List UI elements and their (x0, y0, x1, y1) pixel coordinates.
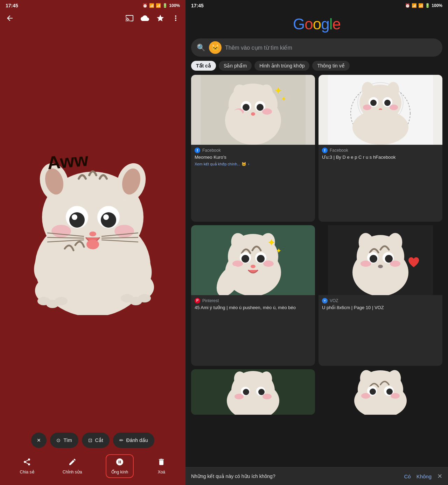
google-logo: Google (293, 15, 341, 33)
result-card-3[interactable]: ✦ ✦ P Pinterest 45 Ami ý tưởng | mèo ú p… (191, 225, 315, 366)
filter-tabs: Tất cả Sản phẩm Hình ảnh trùng khớp Thôn… (186, 61, 448, 75)
cat-cartoon: Aww (19, 140, 166, 315)
svg-point-71 (263, 261, 274, 267)
alarm-icon: ⏰ (142, 3, 148, 8)
result-card-4[interactable]: V VOZ U phối 8x6cm | Page 10 | VOZ (318, 225, 442, 366)
svg-point-87 (378, 265, 383, 268)
bookmark-button[interactable]: ✏ Đánh dấu (113, 433, 154, 448)
result-source-3: P Pinterest (195, 298, 312, 304)
svg-point-108 (361, 393, 370, 399)
cat-result-3-svg: ✦ ✦ (191, 225, 315, 295)
result-title-1: Meomeo Kuro's (195, 155, 312, 161)
lens-icon (115, 458, 124, 468)
svg-point-42 (262, 108, 272, 115)
right-wifi-icon: 📶 (412, 3, 417, 8)
battery-text: 100% (169, 3, 180, 8)
crop-label: Cắt (95, 437, 103, 443)
nav-delete[interactable]: Xoá (152, 455, 170, 477)
source-name-3: Pinterest (202, 298, 219, 303)
search-thumbnail: 🐱 (209, 41, 222, 54)
svg-point-107 (386, 388, 393, 395)
arrow-icon-1: › (248, 162, 249, 166)
action-row: ✕ ⊙ Tìm ⊡ Cắt ✏ Đánh dấu (6, 433, 180, 448)
svg-point-8 (69, 212, 85, 228)
search-button[interactable]: ⊙ Tìm (50, 433, 78, 448)
svg-text:✦: ✦ (274, 85, 282, 96)
svg-point-11 (103, 214, 109, 220)
cat-svg (19, 140, 166, 315)
source-name-2: Facebook (330, 148, 348, 153)
search-placeholder: Thêm vào cụm từ tìm kiếm (225, 44, 437, 51)
result-title-2: Ưu:3 | By D e e p C r u s hFacebook (322, 155, 439, 161)
result-source-2: f Facebook (322, 148, 439, 153)
more-button[interactable] (172, 14, 180, 22)
svg-point-39 (243, 104, 250, 111)
result-image-5 (191, 369, 315, 415)
share-label: Chia sẻ (20, 470, 34, 475)
results-grid: ✦ ✦ f Facebook Meomeo Kuro's Xem kết quả… (186, 75, 448, 467)
right-panel: 17:45 ⏰ 📶 📶 🔋 100% Google 🔍 🐱 Thêm vào c… (186, 0, 448, 485)
feedback-close-button[interactable]: ✕ (437, 472, 442, 480)
wifi-icon: 📶 (149, 3, 154, 8)
svg-point-43 (251, 112, 255, 116)
facebook-icon-2: f (322, 148, 328, 153)
filter-matching[interactable]: Hình ảnh trùng khớp (254, 61, 309, 71)
lens-label: Ống kính (111, 470, 128, 475)
svg-point-13 (114, 225, 134, 237)
cat-emoji-1: 🐱 (241, 162, 246, 166)
svg-point-40 (257, 104, 264, 111)
signal-icon: 📶 (156, 3, 161, 8)
close-button[interactable]: ✕ (31, 433, 47, 448)
back-button[interactable] (6, 14, 14, 22)
filter-products[interactable]: Sản phẩm (219, 61, 252, 71)
search-icon: 🔍 (197, 43, 205, 52)
cloud-button[interactable] (141, 14, 149, 22)
svg-text:✦: ✦ (267, 237, 276, 248)
right-status-bar: 17:45 ⏰ 📶 📶 🔋 100% (186, 0, 448, 11)
search-bar[interactable]: 🔍 🐱 Thêm vào cụm từ tìm kiếm (191, 38, 442, 57)
result-card-1[interactable]: ✦ ✦ f Facebook Meomeo Kuro's Xem kết quả… (191, 75, 315, 222)
nav-lens[interactable]: Ống kính (106, 454, 134, 478)
filter-info[interactable]: Thông tin về (312, 61, 349, 71)
svg-point-29 (138, 294, 151, 302)
result-image-1: ✦ ✦ (191, 75, 315, 145)
svg-point-14 (89, 231, 96, 236)
nav-share[interactable]: Chia sẻ (15, 455, 39, 477)
nav-edit[interactable]: Chỉnh sửa (58, 455, 87, 477)
svg-text:✦: ✦ (276, 247, 282, 255)
google-o1: o (304, 15, 313, 33)
result-source-1: f Facebook (195, 148, 312, 153)
right-battery-icon: 🔋 (425, 3, 430, 8)
svg-point-106 (370, 388, 376, 395)
crop-button[interactable]: ⊡ Cắt (82, 433, 110, 448)
google-o2: o (313, 15, 321, 33)
result-card-2[interactable]: f Facebook Ưu:3 | By D e e p C r u s hFa… (318, 75, 442, 222)
svg-point-86 (390, 261, 400, 267)
google-g: G (293, 15, 304, 33)
right-status-icons: ⏰ 📶 📶 🔋 100% (405, 3, 442, 8)
cast-button[interactable] (125, 14, 134, 22)
left-top-bar (0, 11, 186, 27)
result-image-4 (318, 225, 442, 295)
svg-point-58 (390, 105, 398, 110)
left-top-icons (125, 14, 180, 22)
result-source-4: V VOZ (322, 298, 439, 304)
google-e: e (332, 15, 340, 33)
feedback-no-button[interactable]: Không (416, 473, 432, 479)
feedback-yes-button[interactable]: Có (404, 473, 411, 479)
result-card-6[interactable] (318, 369, 442, 415)
result-link-1[interactable]: Xem kết quả khớp chính... 🐱 › (195, 162, 312, 166)
svg-point-56 (384, 100, 391, 106)
svg-point-10 (72, 214, 77, 220)
delete-icon (157, 458, 166, 468)
cat-result-6-svg (318, 369, 442, 415)
feedback-question: Những kết quả này có hữu ích không? (191, 473, 404, 479)
aww-text: Aww (47, 149, 89, 173)
left-bottom: ✕ ⊙ Tìm ⊡ Cắt ✏ Đánh dấu Chia sẻ (0, 428, 186, 485)
delete-label: Xoá (158, 470, 165, 475)
filter-all[interactable]: Tất cả (191, 61, 216, 71)
star-button[interactable] (156, 14, 164, 22)
share-icon (23, 458, 31, 468)
result-card-5[interactable] (191, 369, 315, 415)
source-name-4: VOZ (330, 298, 338, 303)
